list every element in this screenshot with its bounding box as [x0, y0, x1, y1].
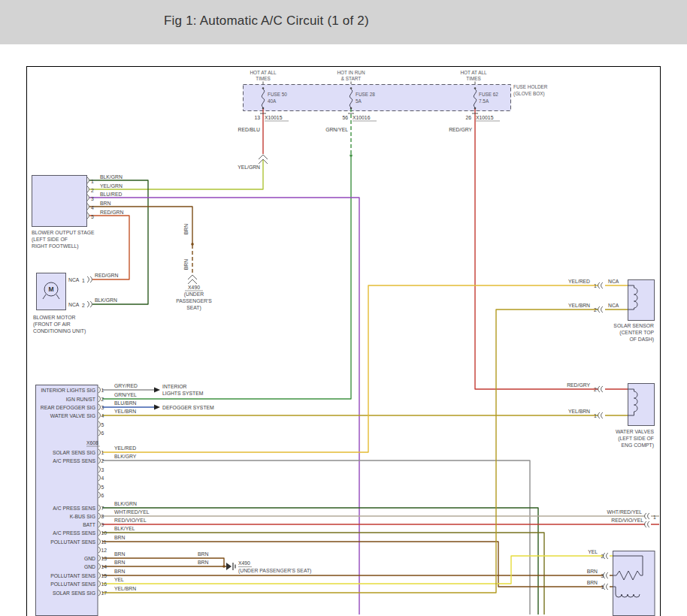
component-label: CONDITIONING UNIT) [33, 328, 86, 334]
wire-label: BRN [198, 551, 208, 557]
water-valves-box [628, 384, 655, 426]
connector-ref: X10016 [353, 115, 371, 120]
pin-number: 2 [594, 307, 597, 313]
feed-label: HOT AT ALL [460, 70, 487, 75]
pin-number: 3 [601, 573, 604, 578]
row-label: BATT [83, 522, 95, 527]
wire-label: BRN [114, 560, 125, 565]
splice-dot [191, 243, 194, 246]
splice-dot [222, 565, 225, 568]
wire-label: YEL [588, 549, 598, 554]
wire-label: YEL/BRN [568, 303, 590, 308]
fuse-name: FUSE 50 [268, 92, 287, 97]
component-label: RIGHT FOOTWELL) [32, 243, 79, 249]
pin-number: 11 [101, 539, 107, 545]
feed-label: & START [341, 76, 361, 81]
wire-label-vertical: BRN [183, 224, 189, 234]
row-label: SOLAR SENS SIG [53, 590, 95, 596]
row-label: REAR DEFOGGER SIG [41, 405, 95, 410]
wire-label: BLU/RED [100, 192, 123, 197]
x608-row: 3 [101, 467, 104, 473]
wire-label: BLK/GRN [100, 174, 123, 180]
pin-number: 3 [101, 467, 104, 473]
fuse-name: FUSE 62 [479, 92, 498, 97]
pin-number: 8 [101, 514, 104, 519]
component-label: OF DASH) [630, 337, 654, 343]
wire-label: BRN [100, 201, 110, 206]
feed-label: TIMES [466, 76, 481, 81]
pin-number: 13 [101, 556, 107, 561]
feed-label: HOT AT ALL [250, 70, 277, 75]
fuse-terminal [262, 107, 265, 110]
wire-label: BLK/GRN [95, 297, 117, 303]
connector-ref: X490 [238, 560, 250, 566]
pin-number: 4 [101, 476, 104, 481]
feed-label: TIMES [256, 76, 271, 81]
component-label: ENG COMPT) [622, 442, 654, 448]
wire-label: RED/GRN [95, 273, 118, 278]
pin-number: 4 [101, 413, 104, 418]
wire-label: YEL/GRN [100, 183, 123, 189]
wire-label: RED/GRY [449, 127, 472, 132]
wire-label: RED/GRY [567, 382, 590, 388]
pin-number: 2 [101, 397, 104, 402]
pin-number: 13 [254, 115, 260, 120]
row-label: GND [84, 564, 95, 569]
row-label: K-BUS SIG [70, 514, 95, 519]
pin-number: 1 [594, 413, 597, 418]
pin-number: 10 [101, 530, 107, 536]
wire-label: BRN [114, 551, 125, 557]
solar-sensor-box [628, 280, 655, 321]
wire-label: YEL/BRN [114, 586, 136, 591]
branch-label: DEFOGGER SYSTEM [162, 405, 214, 410]
pin-number: 17 [101, 590, 107, 596]
wire-label: BLK/YEL [114, 526, 135, 531]
wiring-diagram: M HOT AT ALL TIMES HOT IN RUN & START HO… [0, 0, 687, 616]
row-label: IGN RUN/ST [66, 397, 95, 402]
x608-row: 6 [101, 493, 104, 498]
wire-label: RED/VIO/YEL [611, 518, 643, 523]
wire-label: BLK/GRN [114, 501, 137, 506]
wire-label-vertical: BRN [183, 259, 189, 270]
fuse-rating: 5A [356, 98, 362, 104]
wire-label: GRN/YEL [325, 127, 348, 132]
x608-row: 4 [101, 476, 104, 481]
wire-label: RED/BLU [238, 127, 261, 132]
pin-number: 14 [101, 564, 107, 569]
pin-number: 15 [101, 573, 107, 578]
connector-ref: X608 [86, 440, 98, 445]
pin-number: 2 [101, 458, 104, 464]
wire-label: RED/VIO/YEL [114, 518, 147, 523]
row-label: A/C PRESS SENS [53, 530, 95, 536]
pin-number: 6 [101, 493, 104, 498]
row-label: POLLUTANT SENS [50, 539, 95, 545]
pin-number: 2 [91, 188, 94, 193]
branch-label: LIGHTS SYSTEM [162, 391, 204, 396]
wire-label: BRN [198, 560, 208, 565]
wire-label: BRN [587, 580, 598, 585]
fuse-rating: 7.5A [479, 98, 489, 104]
wire-label: YEL/GRN [238, 165, 260, 170]
pin-number: 1 [82, 278, 85, 283]
component-label: (LEFT SIDE OF [32, 237, 68, 243]
fuse-rating: 40A [268, 98, 277, 104]
blower-output-stage-box [32, 176, 87, 227]
diagram-border [27, 67, 661, 616]
nca-label: NCA [608, 303, 619, 308]
component-label: (UNDER [184, 291, 204, 297]
fuse-terminal [350, 107, 353, 110]
row-label: GND [84, 556, 95, 561]
x608-row: 6 [101, 430, 104, 436]
pin-number: 2 [594, 387, 597, 392]
wire-label: BLK/GRY [114, 454, 137, 459]
pin-number: 1 [101, 450, 104, 455]
fuse-holder-label: (GLOVE BOX) [513, 91, 545, 97]
pin-number: 56 [342, 115, 348, 120]
fuse-holder-box [244, 85, 511, 111]
pin-number: 1 [653, 515, 656, 520]
pin-number: 26 [465, 115, 471, 120]
component-label: (LEFT SIDE OF [618, 436, 654, 442]
component-label: WATER VALVES [616, 429, 655, 434]
pin-number: 12 [101, 548, 107, 553]
wire-label: YEL/RED [114, 445, 136, 451]
